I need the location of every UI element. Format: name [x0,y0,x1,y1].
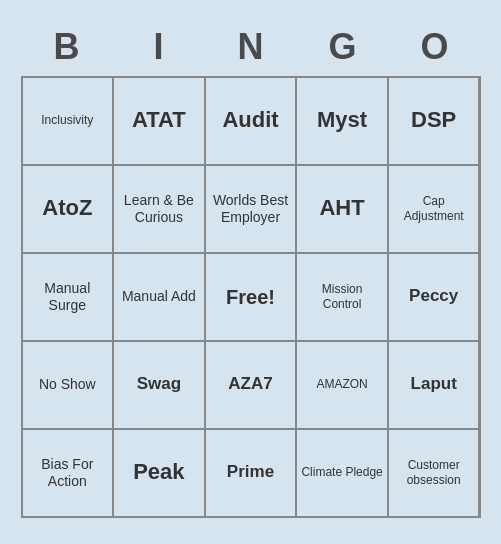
bingo-grid: Inclusivity ATAT Audit Myst DSP AtoZ Lea… [21,76,481,518]
cell-11[interactable]: Manual Add [114,254,204,340]
cell-9[interactable]: Cap Adjustment [389,166,479,252]
cell-8[interactable]: AHT [297,166,387,252]
bingo-header: B I N G O [21,22,481,72]
letter-i: I [113,22,205,72]
letter-n: N [205,22,297,72]
cell-2[interactable]: Audit [206,78,296,164]
cell-10[interactable]: Manual Surge [23,254,113,340]
cell-7[interactable]: Worlds Best Employer [206,166,296,252]
cell-13[interactable]: Mission Control [297,254,387,340]
cell-20[interactable]: Bias For Action [23,430,113,516]
cell-21[interactable]: Peak [114,430,204,516]
cell-18[interactable]: AMAZON [297,342,387,428]
cell-19[interactable]: Laput [389,342,479,428]
cell-17[interactable]: AZA7 [206,342,296,428]
cell-23[interactable]: Climate Pledge [297,430,387,516]
letter-b: B [21,22,113,72]
cell-24[interactable]: Customer obsession [389,430,479,516]
cell-4[interactable]: DSP [389,78,479,164]
bingo-card: B I N G O Inclusivity ATAT Audit Myst DS… [6,12,496,533]
cell-16[interactable]: Swag [114,342,204,428]
cell-free[interactable]: Free! [206,254,296,340]
cell-1[interactable]: ATAT [114,78,204,164]
cell-6[interactable]: Learn & Be Curious [114,166,204,252]
cell-14[interactable]: Peccy [389,254,479,340]
cell-0[interactable]: Inclusivity [23,78,113,164]
letter-g: G [297,22,389,72]
cell-15[interactable]: No Show [23,342,113,428]
letter-o: O [389,22,481,72]
cell-5[interactable]: AtoZ [23,166,113,252]
cell-22[interactable]: Prime [206,430,296,516]
cell-3[interactable]: Myst [297,78,387,164]
